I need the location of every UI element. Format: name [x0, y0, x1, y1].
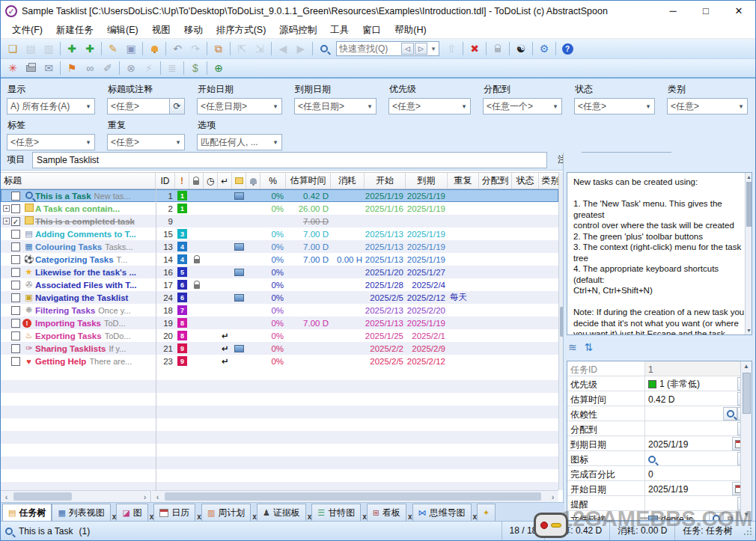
- scroll-up-icon[interactable]: ▲: [741, 361, 752, 372]
- column-header-id[interactable]: ID: [156, 173, 175, 189]
- task-checkbox[interactable]: [11, 230, 20, 239]
- task-row[interactable]: ✑Sharing TasklistsIf y...219↵0%2025/2/22…: [1, 342, 558, 355]
- column-header-recur[interactable]: ↵: [218, 173, 232, 189]
- flag-button[interactable]: ⚑: [63, 60, 81, 76]
- filter-title-or-comment[interactable]: <任意>⟳: [107, 98, 185, 114]
- attr-percent-done-value[interactable]: 0: [645, 466, 752, 480]
- tab-mindmap[interactable]: ⋈思维导图: [412, 504, 472, 521]
- quick-find-input[interactable]: [337, 43, 401, 54]
- task-checkbox[interactable]: [11, 255, 20, 264]
- attr-dependency-value[interactable]: [645, 406, 723, 421]
- paste-sibling-button[interactable]: ⇱: [233, 40, 251, 57]
- column-header-bell[interactable]: [246, 173, 260, 189]
- tree-horizontal-scrollbar[interactable]: ‹ ›: [1, 490, 151, 502]
- minimize-button[interactable]: ─: [656, 1, 689, 22]
- sort-button[interactable]: ⇧: [442, 40, 460, 57]
- tab-calendar[interactable]: 日历: [153, 504, 195, 521]
- task-row[interactable]: !Importing TasksToD...1980%7.00 D2025/1/…: [1, 317, 558, 329]
- task-checkbox[interactable]: [11, 192, 20, 201]
- new-subtask-button[interactable]: ✚: [81, 40, 99, 57]
- task-checkbox[interactable]: ✓: [11, 217, 20, 226]
- filter-status[interactable]: <任意>▾: [574, 98, 655, 114]
- expand-icon[interactable]: +: [3, 205, 10, 212]
- tab-list-view[interactable]: ▦列表视图: [52, 504, 110, 521]
- help-button[interactable]: ?: [558, 40, 576, 57]
- quick-find-next-button[interactable]: ▷: [415, 43, 427, 55]
- edit-task-button[interactable]: ✎: [104, 40, 122, 57]
- column-header-file[interactable]: [232, 173, 246, 189]
- open-tasklist-button[interactable]: ❏: [4, 40, 22, 57]
- task-row[interactable]: ▦Colouring TasksTasks...1340%7.00 D2025/…: [1, 240, 558, 253]
- filter-options[interactable]: 匹配任何人, ...▾: [197, 134, 282, 150]
- task-row[interactable]: ▤Adding Comments to T...1530%7.00 D2025/…: [1, 227, 558, 240]
- menu-item-0[interactable]: 文件(F): [5, 22, 49, 39]
- task-checkbox[interactable]: [11, 204, 20, 213]
- refresh-icon[interactable]: ⟳: [169, 99, 184, 114]
- scroll-left-icon[interactable]: ‹: [152, 492, 163, 502]
- attr-start-date-value[interactable]: 2025/1/19: [645, 481, 732, 495]
- menu-item-4[interactable]: 移动: [177, 22, 210, 39]
- paste-child-button[interactable]: ⇲: [251, 40, 269, 57]
- column-header-title[interactable]: 标题: [1, 173, 156, 189]
- style-toggle-button[interactable]: ☯: [512, 40, 530, 57]
- task-comments[interactable]: New tasks can be created using: 1. The '…: [567, 172, 752, 335]
- task-row[interactable]: ✇Associated Files with T...1760%2025/1/2…: [1, 278, 558, 291]
- menu-item-2[interactable]: 编辑(E): [100, 22, 145, 39]
- task-icon-button[interactable]: ▣: [122, 40, 140, 57]
- close-button[interactable]: ✕: [722, 1, 755, 22]
- task-checkbox[interactable]: [11, 331, 20, 340]
- log-button[interactable]: ≣: [163, 60, 181, 76]
- attr-file-link-value[interactable]: depre.ic: [645, 511, 709, 521]
- column-header-due[interactable]: 到期: [406, 173, 448, 189]
- task-checkbox[interactable]: [11, 281, 20, 290]
- task-row[interactable]: ★Likewise for the task's ...1650%2025/1/…: [1, 266, 558, 278]
- print-button[interactable]: [22, 60, 40, 76]
- expand-icon[interactable]: +: [3, 218, 10, 224]
- column-header-est[interactable]: 估算时间: [286, 173, 331, 189]
- delete-task-button[interactable]: ✖: [466, 40, 484, 57]
- quick-find-box[interactable]: ◁▷▾: [336, 41, 439, 56]
- save-tasklist-button[interactable]: ▤: [22, 40, 40, 57]
- search-button[interactable]: [723, 407, 737, 421]
- task-row[interactable]: ♥Getting HelpThere are...239↵0%2025/2/52…: [1, 355, 558, 367]
- expand-button[interactable]: ⧉: [723, 512, 737, 521]
- scroll-right-icon[interactable]: ›: [547, 492, 558, 502]
- task-row[interactable]: +✓This is a completed task97.00 D: [1, 215, 558, 227]
- column-header-spent[interactable]: 消耗: [331, 173, 365, 189]
- quick-find-prev-button[interactable]: ◁: [401, 43, 414, 55]
- menu-item-1[interactable]: 新建任务: [49, 22, 100, 39]
- sort-attributes-button[interactable]: ⇅: [585, 341, 594, 353]
- cleanup-button[interactable]: ✐: [99, 60, 117, 76]
- save-all-button[interactable]: ▥: [40, 40, 58, 57]
- attr-assigned-to-value[interactable]: [645, 421, 737, 435]
- scroll-left-icon[interactable]: ‹: [1, 492, 12, 502]
- column-header-pct[interactable]: %: [260, 173, 286, 189]
- task-row[interactable]: +A Task can contain...210%26.00 D2025/1/…: [1, 202, 558, 215]
- task-checkbox[interactable]: [11, 306, 20, 315]
- task-row[interactable]: ⚽Categorizing TasksT...1440%7.00 D0.00 H…: [1, 253, 558, 266]
- task-row[interactable]: ❋Filtering TasksOnce y...1870%2025/2/132…: [1, 304, 558, 317]
- resize-grip[interactable]: [743, 527, 752, 536]
- column-header-pri[interactable]: !: [175, 173, 189, 189]
- search-button[interactable]: [709, 512, 723, 521]
- undo-button[interactable]: ↶: [168, 40, 186, 57]
- filter-start-date[interactable]: <任意日期>▾: [197, 98, 282, 114]
- attributes-scrollbar[interactable]: ▲ ▼: [740, 361, 752, 520]
- forward-button[interactable]: ▶: [292, 40, 310, 57]
- tab-task-tree[interactable]: ▤任务树: [2, 504, 52, 521]
- filter-show[interactable]: A) 所有任务(A)▾: [7, 98, 95, 114]
- attr-task-id-value[interactable]: 1: [645, 361, 752, 376]
- web-button[interactable]: ⊕: [210, 60, 228, 76]
- attr-due-date-value[interactable]: 2025/1/19: [645, 436, 732, 450]
- menu-item-7[interactable]: 工具: [323, 22, 356, 39]
- tab-kanban[interactable]: ⊞看板: [367, 504, 406, 521]
- task-checkbox[interactable]: [11, 344, 20, 353]
- task-checkbox[interactable]: [11, 293, 20, 302]
- task-row[interactable]: ▣Navigating the Tasklist2460%2025/2/5202…: [1, 291, 558, 304]
- back-button[interactable]: ◀: [274, 40, 292, 57]
- attr-estimated-time-value[interactable]: 0.42 D: [645, 391, 737, 406]
- scroll-down-icon[interactable]: ▼: [741, 510, 752, 520]
- lightning-button[interactable]: ⚡: [140, 60, 158, 76]
- menu-item-5[interactable]: 排序方式(S): [210, 22, 273, 39]
- link-button[interactable]: ∞: [81, 60, 99, 76]
